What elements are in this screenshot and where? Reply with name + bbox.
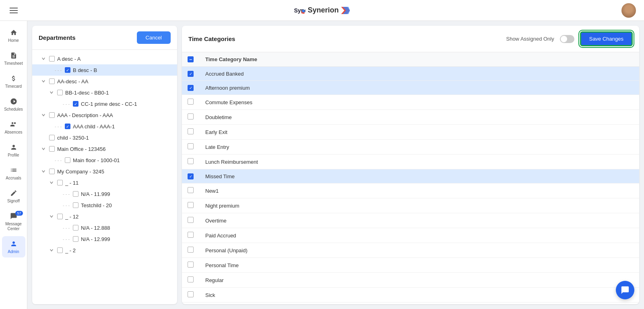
hamburger-menu-button[interactable] bbox=[8, 6, 19, 15]
row-checkbox-new1[interactable] bbox=[188, 187, 194, 193]
chevron-icon[interactable] bbox=[56, 101, 63, 107]
row-checkbox-sick[interactable] bbox=[188, 291, 194, 297]
chevron-icon[interactable] bbox=[48, 179, 55, 186]
row-checkbox-cell-afternoon-premium[interactable] bbox=[182, 81, 200, 95]
tree-item-child-3250[interactable]: child - 3250-1 bbox=[32, 132, 177, 143]
sidebar-item-schedules[interactable]: Schedules bbox=[2, 94, 25, 115]
row-checkbox-commute-expenses[interactable] bbox=[188, 99, 194, 105]
tree-item-_-12[interactable]: _ - 12 bbox=[32, 211, 177, 222]
dept-checkbox-_-11[interactable] bbox=[57, 180, 63, 185]
dept-checkbox-b-desc-b[interactable] bbox=[65, 67, 70, 73]
chevron-icon[interactable] bbox=[48, 123, 55, 130]
sidebar-item-timesheet[interactable]: Timesheet bbox=[2, 48, 25, 69]
table-row-paid-accrued[interactable]: Paid Accrued bbox=[182, 228, 639, 243]
row-checkbox-cell-night-premium[interactable] bbox=[182, 198, 200, 213]
table-row-late-entry[interactable]: Late Entry bbox=[182, 140, 639, 154]
tree-item-aa-desc-aa[interactable]: AA-desc - AA bbox=[32, 76, 177, 87]
tree-item-b-desc-b[interactable]: - - -B desc - B bbox=[32, 64, 177, 76]
dept-checkbox-aaa-child[interactable] bbox=[65, 124, 70, 129]
chevron-icon[interactable] bbox=[56, 191, 63, 197]
dept-checkbox-na-12-888[interactable] bbox=[73, 225, 78, 231]
row-checkbox-cell-late-entry[interactable] bbox=[182, 140, 200, 154]
row-checkbox-regular[interactable] bbox=[188, 276, 194, 282]
tree-item-na-12-888[interactable]: - - -N/A - 12.888 bbox=[32, 222, 177, 233]
row-checkbox-cell-stat[interactable] bbox=[182, 303, 200, 305]
avatar[interactable] bbox=[621, 3, 636, 18]
row-checkbox-cell-commute-expenses[interactable] bbox=[182, 95, 200, 110]
chevron-icon[interactable] bbox=[40, 134, 47, 141]
row-checkbox-personal-time[interactable] bbox=[188, 262, 194, 268]
table-row-overtime[interactable]: Overtime bbox=[182, 213, 639, 228]
save-changes-button[interactable]: Save Changes bbox=[580, 31, 633, 46]
table-row-regular[interactable]: Regular bbox=[182, 273, 639, 288]
row-checkbox-doubletime[interactable] bbox=[188, 113, 194, 119]
table-row-stat[interactable]: Stat bbox=[182, 303, 639, 305]
show-assigned-toggle[interactable] bbox=[560, 35, 574, 43]
table-row-night-premium[interactable]: Night premium bbox=[182, 198, 639, 213]
table-row-early-exit[interactable]: Early Exit bbox=[182, 125, 639, 140]
row-checkbox-accrued-banked[interactable] bbox=[188, 71, 194, 77]
chevron-icon[interactable] bbox=[56, 236, 63, 242]
row-checkbox-late-entry[interactable] bbox=[188, 143, 194, 149]
chevron-icon[interactable] bbox=[48, 157, 55, 163]
row-checkbox-cell-lunch-reimbursement[interactable] bbox=[182, 154, 200, 169]
chevron-icon[interactable] bbox=[40, 56, 47, 62]
dept-checkbox-na-11-999[interactable] bbox=[73, 191, 78, 197]
row-checkbox-cell-paid-accrued[interactable] bbox=[182, 228, 200, 243]
dept-checkbox-na-12-999[interactable] bbox=[73, 236, 78, 242]
row-checkbox-personal-unpaid[interactable] bbox=[188, 247, 194, 253]
row-checkbox-afternoon-premium[interactable] bbox=[188, 85, 194, 91]
tree-item-_-2[interactable]: _ - 2 bbox=[32, 245, 177, 256]
tree-item-main-office[interactable]: Main Office - 123456 bbox=[32, 143, 177, 154]
tree-item-a-desc-a[interactable]: A desc - A bbox=[32, 53, 177, 64]
sidebar-item-home[interactable]: Home bbox=[2, 25, 25, 46]
row-checkbox-cell-personal-time[interactable] bbox=[182, 258, 200, 273]
header-checkbox[interactable] bbox=[188, 56, 194, 62]
header-checkbox-cell[interactable] bbox=[182, 52, 200, 67]
row-checkbox-cell-new1[interactable] bbox=[182, 183, 200, 198]
sidebar-item-profile[interactable]: Profile bbox=[2, 140, 25, 161]
dept-checkbox-aaa-description[interactable] bbox=[49, 112, 55, 118]
row-checkbox-paid-accrued[interactable] bbox=[188, 232, 194, 238]
dept-checkbox-cc-1-prime[interactable] bbox=[73, 101, 78, 107]
dept-checkbox-my-company[interactable] bbox=[49, 169, 55, 174]
row-checkbox-early-exit[interactable] bbox=[188, 128, 194, 134]
chevron-icon[interactable] bbox=[40, 78, 47, 84]
chevron-icon[interactable] bbox=[40, 146, 47, 152]
row-checkbox-cell-accrued-banked[interactable] bbox=[182, 67, 200, 81]
table-row-accrued-banked[interactable]: Accrued Banked bbox=[182, 67, 639, 81]
chevron-icon[interactable] bbox=[48, 89, 55, 96]
sidebar-item-signoff[interactable]: Signoff bbox=[2, 185, 25, 207]
row-checkbox-cell-missed-time[interactable] bbox=[182, 169, 200, 183]
dept-checkbox-_-2[interactable] bbox=[57, 247, 63, 253]
tree-item-na-11-999[interactable]: - - -N/A - 11.999 bbox=[32, 188, 177, 200]
row-checkbox-cell-overtime[interactable] bbox=[182, 213, 200, 228]
chevron-icon[interactable] bbox=[48, 213, 55, 220]
table-row-doubletime[interactable]: Doubletime bbox=[182, 110, 639, 125]
tree-item-main-floor[interactable]: - - -Main floor - 1000-01 bbox=[32, 154, 177, 166]
dept-checkbox-a-desc-a[interactable] bbox=[49, 56, 55, 62]
dept-checkbox-main-floor[interactable] bbox=[65, 157, 70, 163]
dept-checkbox-aa-desc-aa[interactable] bbox=[49, 78, 55, 84]
tree-item-aaa-description[interactable]: AAA - Description - AAA bbox=[32, 109, 177, 121]
tree-item-cc-1-prime[interactable]: - - -CC-1 prime desc - CC-1 bbox=[32, 98, 177, 109]
row-checkbox-lunch-reimbursement[interactable] bbox=[188, 158, 194, 164]
table-row-missed-time[interactable]: Missed Time bbox=[182, 169, 639, 183]
dept-checkbox-child-3250[interactable] bbox=[49, 135, 55, 140]
table-row-personal-time[interactable]: Personal Time bbox=[182, 258, 639, 273]
chevron-icon[interactable] bbox=[56, 202, 63, 208]
chat-fab-button[interactable] bbox=[616, 281, 634, 299]
dept-checkbox-main-office[interactable] bbox=[49, 146, 55, 152]
row-checkbox-cell-personal-unpaid[interactable] bbox=[182, 243, 200, 258]
row-checkbox-cell-regular[interactable] bbox=[182, 273, 200, 288]
row-checkbox-night-premium[interactable] bbox=[188, 202, 194, 208]
chevron-icon[interactable] bbox=[56, 225, 63, 231]
chevron-icon[interactable] bbox=[40, 168, 47, 175]
row-checkbox-cell-doubletime[interactable] bbox=[182, 110, 200, 125]
chevron-icon[interactable] bbox=[40, 112, 47, 118]
table-row-lunch-reimbursement[interactable]: Lunch Reimbursement bbox=[182, 154, 639, 169]
sidebar-item-absences[interactable]: Absences bbox=[2, 117, 25, 138]
dept-checkbox-_-12[interactable] bbox=[57, 214, 63, 219]
table-row-afternoon-premium[interactable]: Afternoon premium bbox=[182, 81, 639, 95]
table-row-commute-expenses[interactable]: Commute Expenses bbox=[182, 95, 639, 110]
